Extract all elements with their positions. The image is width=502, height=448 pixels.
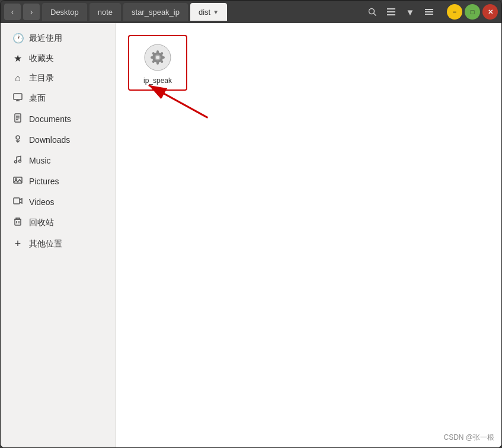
favorites-icon: ★ xyxy=(12,53,23,64)
view-list-button[interactable] xyxy=(383,4,399,20)
music-icon xyxy=(12,155,23,167)
svg-rect-6 xyxy=(425,11,433,12)
sidebar-item-home[interactable]: ⌂ 主目录 xyxy=(3,69,113,88)
file-manager-window: ‹ › Desktop note star_speak_ip dist ▼ xyxy=(0,0,502,448)
sidebar-item-desktop[interactable]: 桌面 xyxy=(3,88,113,108)
trash-icon xyxy=(12,217,23,229)
minimize-button[interactable]: − xyxy=(447,4,462,20)
svg-rect-4 xyxy=(387,14,395,15)
titlebar-left: ‹ › xyxy=(4,4,40,20)
tab-star-speak-ip[interactable]: star_speak_ip xyxy=(123,3,188,21)
sidebar-item-pictures[interactable]: Pictures xyxy=(3,171,113,191)
add-icon: + xyxy=(12,238,23,250)
file-label-ip-speak: ip_speak xyxy=(143,76,172,85)
svg-rect-3 xyxy=(387,11,395,12)
svg-rect-7 xyxy=(425,14,433,15)
tab-note[interactable]: note xyxy=(89,3,121,21)
svg-point-15 xyxy=(16,136,20,139)
main-content: 🕐 最近使用 ★ 收藏夹 ⌂ 主目录 桌面 xyxy=(1,23,501,447)
back-button[interactable]: ‹ xyxy=(4,4,21,20)
svg-point-18 xyxy=(19,160,21,162)
documents-icon xyxy=(12,113,23,125)
watermark: CSDN @张一根 xyxy=(443,433,494,443)
desktop-icon xyxy=(12,92,23,104)
search-button[interactable] xyxy=(364,4,381,20)
recent-icon: 🕐 xyxy=(12,33,23,44)
home-icon: ⌂ xyxy=(12,73,23,84)
forward-button[interactable]: › xyxy=(23,4,40,20)
sidebar-item-trash[interactable]: 回收站 xyxy=(3,213,113,233)
sidebar-item-videos[interactable]: Videos xyxy=(3,192,113,212)
file-area: ip_speak CSDN @张一根 xyxy=(116,23,501,447)
svg-rect-22 xyxy=(15,219,21,225)
svg-line-1 xyxy=(374,14,376,16)
sidebar-item-recent[interactable]: 🕐 最近使用 xyxy=(3,28,113,48)
sidebar-item-favorites[interactable]: ★ 收藏夹 xyxy=(3,49,113,68)
tab-desktop[interactable]: Desktop xyxy=(42,3,87,21)
file-icon-image xyxy=(141,41,174,74)
svg-point-27 xyxy=(156,56,159,59)
svg-rect-21 xyxy=(14,198,20,204)
titlebar-right: ▼ − □ ✕ xyxy=(364,4,498,20)
maximize-button[interactable]: □ xyxy=(465,4,480,20)
menu-button[interactable] xyxy=(421,4,437,20)
sidebar-item-music[interactable]: Music xyxy=(3,151,113,171)
sidebar: 🕐 最近使用 ★ 收藏夹 ⌂ 主目录 桌面 xyxy=(1,23,116,447)
close-button[interactable]: ✕ xyxy=(482,4,498,20)
downloads-icon xyxy=(12,134,23,146)
videos-icon xyxy=(12,196,23,208)
svg-point-17 xyxy=(15,161,17,163)
sidebar-item-documents[interactable]: Documents xyxy=(3,109,113,129)
svg-rect-5 xyxy=(425,9,433,10)
svg-rect-8 xyxy=(14,94,22,100)
pictures-icon xyxy=(12,175,23,187)
svg-rect-2 xyxy=(387,8,395,9)
view-toggle-button[interactable]: ▼ xyxy=(402,4,418,20)
sidebar-item-other[interactable]: + 其他位置 xyxy=(3,233,113,254)
tab-dist[interactable]: dist ▼ xyxy=(190,3,227,21)
tab-dropdown-arrow: ▼ xyxy=(213,9,219,15)
sidebar-item-downloads[interactable]: Downloads xyxy=(3,130,113,150)
file-icon-ip-speak[interactable]: ip_speak xyxy=(128,35,187,91)
titlebar: ‹ › Desktop note star_speak_ip dist ▼ xyxy=(1,1,501,23)
